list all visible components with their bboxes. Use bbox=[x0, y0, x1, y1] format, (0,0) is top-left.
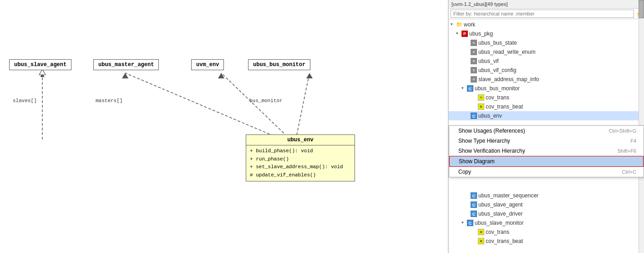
ubus-bus-state-icon: ≡ bbox=[471, 40, 477, 46]
ubus-pkg-arrow: ▾ bbox=[456, 31, 461, 37]
slave-address-map-info-icon: ≡ bbox=[471, 76, 477, 83]
tree-item-ubus-vif[interactable]: ≡ ubus_vif bbox=[449, 57, 644, 66]
tree-container[interactable]: ▾ 📁 work ▾ P ubus_pkg ≡ ubus_bus_state ≡… bbox=[449, 19, 644, 253]
tree-item-ubus-read-write-enum[interactable]: ≡ ubus_read_write_enum bbox=[449, 47, 644, 57]
ubus-pkg-icon: P bbox=[461, 31, 468, 37]
svg-marker-4 bbox=[306, 73, 313, 78]
svg-line-3 bbox=[296, 73, 309, 139]
ubus-slave-monitor-icon: C bbox=[467, 220, 473, 226]
scrollbar-thumb[interactable] bbox=[639, 0, 644, 18]
cov-trans-beat-label: cov_trans_beat bbox=[486, 103, 523, 111]
tree-item-ubus-bus-monitor[interactable]: ▾ C ubus_bus_monitor bbox=[449, 84, 644, 93]
ubus-bus-monitor-expand-arrow: ▾ bbox=[461, 85, 467, 92]
ubus-env-members: + build_phase(): void + run_phase() + se… bbox=[246, 145, 355, 181]
context-menu-show-usages[interactable]: Show Usages (References) Ctrl+Shift+G bbox=[449, 126, 644, 136]
tree-item-cov-trans-2[interactable]: ≡ cov_trans bbox=[449, 227, 644, 237]
filter-input[interactable] bbox=[451, 10, 634, 18]
tree-item-work[interactable]: ▾ 📁 work bbox=[449, 20, 644, 29]
ubus-master-agent-box[interactable]: ubus_master_agent bbox=[93, 59, 159, 70]
arrows-svg bbox=[0, 0, 448, 253]
context-menu: Show Usages (References) Ctrl+Shift+G Sh… bbox=[449, 125, 644, 177]
ubus-slave-monitor-expand-arrow: ▾ bbox=[461, 220, 467, 226]
work-label: work bbox=[464, 21, 475, 29]
cov-trans-beat-icon: ≡ bbox=[478, 103, 484, 110]
slaves-label: slaves[] bbox=[13, 98, 37, 103]
ubus-vif-icon: ≡ bbox=[471, 58, 477, 64]
ubus-env-icon: C bbox=[471, 113, 477, 119]
context-menu-show-type-hierarchy[interactable]: Show Type Hierarchy F4 bbox=[449, 136, 644, 146]
ubus-vif-label: ubus_vif bbox=[478, 57, 499, 65]
ubus-slave-driver-icon: C bbox=[471, 211, 477, 217]
right-panel: [uvm-1.2_ubus][49 types] ⚡ ▾ 📁 work ▾ P … bbox=[448, 0, 644, 253]
svg-line-1 bbox=[125, 73, 282, 139]
ubus-bus-monitor-label: ubus_bus_monitor bbox=[475, 84, 520, 93]
tree-item-ubus-pkg[interactable]: ▾ P ubus_pkg bbox=[449, 29, 644, 38]
cov-trans-beat-2-label: cov_trans_beat bbox=[486, 237, 523, 245]
cov-trans-beat-2-icon: ≡ bbox=[478, 238, 484, 244]
ubus-vif-config-icon: ≡ bbox=[471, 67, 477, 73]
ubus-pkg-label: ubus_pkg bbox=[469, 30, 493, 38]
tree-item-ubus-bus-state[interactable]: ≡ ubus_bus_state bbox=[449, 38, 644, 47]
ubus-bus-monitor-box[interactable]: ubus_bus_monitor bbox=[248, 59, 310, 70]
cov-trans-label: cov_trans bbox=[486, 93, 509, 102]
masters-label: masters[] bbox=[96, 98, 122, 103]
svg-line-5 bbox=[221, 73, 290, 139]
ubus-slave-monitor-label: ubus_slave_monitor bbox=[475, 219, 523, 227]
tree-item-cov-trans-beat[interactable]: ≡ cov_trans_beat bbox=[449, 102, 644, 111]
ubus-env-main-box[interactable]: ubus_env + build_phase(): void + run_pha… bbox=[246, 134, 355, 181]
tree-item-ubus-env[interactable]: C ubus_env bbox=[449, 111, 644, 120]
tree-item-ubus-master-sequencer[interactable]: C ubus_master_sequencer bbox=[449, 191, 644, 200]
context-menu-show-verification-hierarchy[interactable]: Show Verification Hierarchy Shift+F6 bbox=[449, 146, 644, 156]
uvm-env-box[interactable]: uvm_env bbox=[191, 59, 224, 70]
diagram-area: ubus_slave_agent ubus_master_agent uvm_e… bbox=[0, 0, 448, 253]
ubus-slave-agent-box[interactable]: ubus_slave_agent bbox=[9, 59, 71, 70]
svg-marker-6 bbox=[218, 73, 224, 78]
ubus-master-sequencer-label: ubus_master_sequencer bbox=[478, 191, 538, 200]
tree-item-cov-trans[interactable]: ≡ cov_trans bbox=[449, 93, 644, 102]
ubus-vif-config-label: ubus_vif_config bbox=[478, 66, 516, 74]
ubus-slave-agent-label: ubus_slave_agent bbox=[478, 201, 522, 209]
ubus-master-sequencer-icon: C bbox=[471, 192, 477, 199]
filter-bar: ⚡ bbox=[449, 9, 644, 19]
tree-item-cov-trans-beat-2[interactable]: ≡ cov_trans_beat bbox=[449, 237, 644, 246]
tree-item-ubus-slave-driver[interactable]: C ubus_slave_driver bbox=[449, 209, 644, 218]
context-menu-copy[interactable]: Copy Ctrl+C bbox=[449, 167, 644, 177]
ubus-bus-monitor-icon: C bbox=[467, 85, 473, 92]
work-folder-icon: 📁 bbox=[456, 21, 462, 28]
panel-header: [uvm-1.2_ubus][49 types] bbox=[449, 0, 644, 9]
ubus-read-write-enum-icon: ≡ bbox=[471, 49, 477, 55]
ubus-slave-driver-label: ubus_slave_driver bbox=[478, 210, 522, 218]
work-arrow: ▾ bbox=[451, 21, 456, 28]
cov-trans-icon: ≡ bbox=[478, 94, 484, 101]
ubus-bus-state-label: ubus_bus_state bbox=[478, 39, 517, 47]
tree-item-ubus-slave-agent[interactable]: C ubus_slave_agent bbox=[449, 200, 644, 209]
cov-trans-2-label: cov_trans bbox=[486, 228, 509, 236]
tree-item-ubus-vif-config[interactable]: ≡ ubus_vif_config bbox=[449, 66, 644, 75]
slave-address-map-info-label: slave_address_map_info bbox=[478, 75, 539, 83]
ubus-read-write-enum-label: ubus_read_write_enum bbox=[478, 48, 535, 56]
ubus-env-title: ubus_env bbox=[246, 135, 355, 145]
bus-monitor-label: bus_monitor bbox=[249, 98, 283, 103]
tree-item-slave-address-map-info[interactable]: ≡ slave_address_map_info bbox=[449, 75, 644, 84]
ubus-env-label: ubus_env bbox=[478, 112, 502, 120]
svg-marker-2 bbox=[122, 73, 128, 78]
ubus-slave-agent-icon: C bbox=[471, 201, 477, 208]
context-menu-show-diagram[interactable]: Show Diagram bbox=[449, 156, 644, 167]
cov-trans-2-icon: ≡ bbox=[478, 229, 484, 235]
tree-item-ubus-slave-monitor[interactable]: ▾ C ubus_slave_monitor bbox=[449, 218, 644, 227]
